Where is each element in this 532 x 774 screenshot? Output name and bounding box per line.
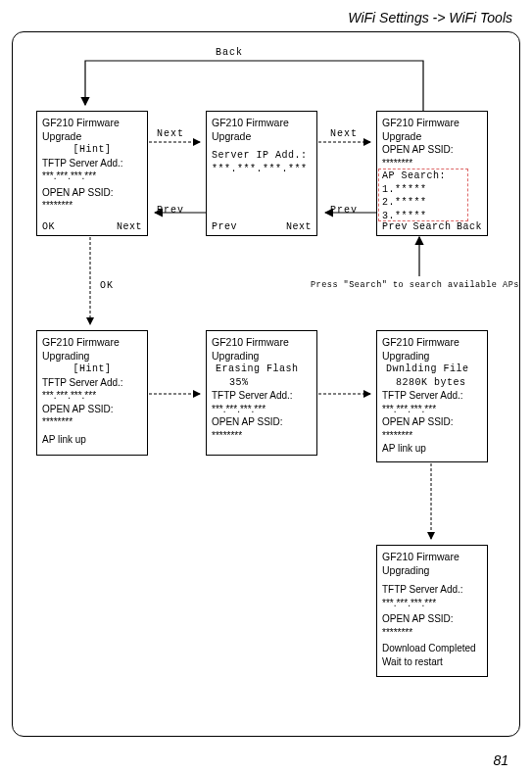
b5-l3: Erasing Flash (216, 363, 312, 376)
label-ok: OK (100, 280, 114, 291)
b7-l8: Wait to restart (382, 655, 482, 669)
label-next1: Next (157, 128, 184, 139)
b1-hint: [Hint] (42, 143, 142, 157)
b2-title: GF210 Firmware (212, 116, 312, 129)
b6-l6: ***.***.***.*** (382, 403, 482, 416)
b7-l6: ******** (382, 626, 482, 640)
b4-l7: AP link up (42, 433, 142, 447)
b1-l6: ******** (42, 199, 142, 213)
b7-l7: Download Completed (382, 642, 482, 655)
page-header: WiFi Settings -> WiFi Tools (0, 0, 532, 30)
b3-title2: Upgrade (382, 129, 482, 143)
b6-l5: TFTP Server Add.: (382, 389, 482, 403)
b2-footer: Prev Next (212, 220, 312, 234)
box-upgrading-1: GF210 Firmware Upgrading [Hint] TFTP Ser… (36, 330, 148, 456)
b4-title2: Upgrading (42, 349, 142, 363)
box-upgrading-4: GF210 Firmware Upgrading TFTP Server Add… (376, 545, 488, 677)
label-prev2: Prev (330, 205, 358, 216)
page-number: 81 (493, 752, 508, 768)
note-search: Press "Search" to search available APs (311, 280, 519, 290)
b5-title: GF210 Firmware (212, 335, 312, 349)
b2-l3: Server IP Add.: (212, 149, 312, 163)
b1-fr: Next (117, 220, 142, 234)
b1-l3: TFTP Server Add.: (42, 157, 142, 170)
b6-l8: ******** (382, 429, 482, 443)
b6-l4: 8280K bytes (396, 376, 482, 390)
b3-fr: Back (457, 220, 482, 234)
b7-l3: TFTP Server Add.: (382, 583, 482, 597)
b3-title: GF210 Firmware (382, 116, 482, 129)
b1-l5: OPEN AP SSID: (42, 186, 142, 200)
box-upgrading-2: GF210 Firmware Upgrading Erasing Flash 3… (206, 330, 317, 456)
box-upgrade-2: GF210 Firmware Upgrade Server IP Add.: *… (206, 111, 317, 236)
b7-title2: Upgrading (382, 563, 482, 577)
b4-title: GF210 Firmware (42, 335, 142, 349)
b5-l7: OPEN AP SSID: (212, 415, 312, 429)
b1-l4: ***.***.***.*** (42, 169, 142, 183)
b3-fl: Prev (382, 220, 408, 234)
b2-l4: ***.***.***.*** (212, 163, 312, 176)
b6-title2: Upgrading (382, 349, 482, 363)
label-back: Back (216, 47, 243, 58)
b1-footer: OK Next (42, 220, 142, 234)
b2-title2: Upgrade (212, 129, 312, 143)
label-prev1: Prev (157, 205, 184, 216)
b6-title: GF210 Firmware (382, 335, 482, 349)
b3-l7: 2.***** (382, 196, 482, 210)
b3-l5: AP Search: (382, 169, 482, 183)
b5-l4: 35% (229, 376, 312, 390)
b5-title2: Upgrading (212, 349, 312, 363)
b3-fm: Search (412, 220, 451, 234)
b3-footer: Prev Search Back (382, 220, 482, 234)
box-upgrading-3: GF210 Firmware Upgrading Dwnlding File 8… (376, 330, 488, 462)
box-upgrade-3: GF210 Firmware Upgrade OPEN AP SSID: ***… (376, 111, 488, 236)
b7-title: GF210 Firmware (382, 550, 482, 563)
b1-title2: Upgrade (42, 129, 142, 143)
b6-l3: Dwnlding File (386, 363, 482, 376)
label-next2: Next (330, 128, 358, 139)
b6-l9: AP link up (382, 442, 482, 456)
b4-l3: TFTP Server Add.: (42, 376, 142, 390)
b7-l5: OPEN AP SSID: (382, 612, 482, 626)
b4-hint: [Hint] (42, 363, 142, 376)
b3-l4: ******** (382, 157, 482, 170)
b4-l4: ***.***.***.*** (42, 389, 142, 403)
b6-l7: OPEN AP SSID: (382, 415, 482, 429)
b3-l6: 1.***** (382, 183, 482, 197)
b1-title: GF210 Firmware (42, 116, 142, 129)
b4-l6: ******** (42, 415, 142, 429)
b4-l5: OPEN AP SSID: (42, 403, 142, 416)
b5-l5: TFTP Server Add.: (212, 389, 312, 403)
b1-fl: OK (42, 220, 55, 234)
box-upgrade-1: GF210 Firmware Upgrade [Hint] TFTP Serve… (36, 111, 148, 236)
b3-l3: OPEN AP SSID: (382, 143, 482, 157)
b5-l8: ******** (212, 429, 312, 443)
b7-l4: ***.***.***.*** (382, 597, 482, 610)
b2-fr: Next (286, 220, 312, 234)
b2-fl: Prev (212, 220, 237, 234)
b5-l6: ***.***.***.*** (212, 403, 312, 416)
